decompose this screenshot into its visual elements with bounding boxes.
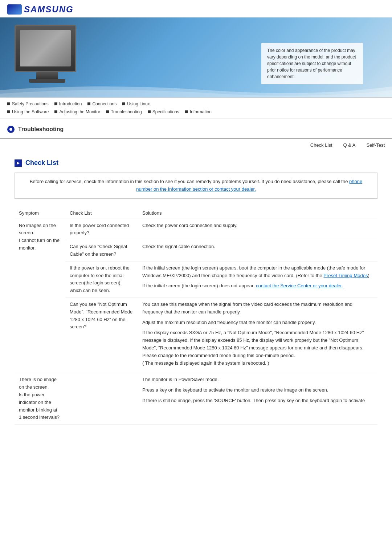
solutions-cell: You can see this message when the signal… xyxy=(138,297,377,373)
check-cell: If the power is on, reboot the computer … xyxy=(65,261,138,297)
solutions-cell: Check the power cord connection and supp… xyxy=(138,219,377,240)
nav-label-adjusting: Adjusting the Monitor xyxy=(59,109,100,114)
table-row: There is no image on the screen.Is the p… xyxy=(15,373,377,425)
nav-item-safety-precautions[interactable]: Safety Precautions xyxy=(7,100,54,108)
nav-label-safety: Safety Precautions xyxy=(12,101,49,106)
nav-label-specifications: Specifications xyxy=(152,109,179,114)
monitor-frame xyxy=(15,25,76,72)
logo: SAMSUNG xyxy=(7,4,385,15)
info-box: Before calling for service, check the in… xyxy=(15,173,377,199)
nav-bullet-icon xyxy=(87,102,90,105)
nav-bullet-icon xyxy=(122,102,125,105)
hero-description: The color and appearance of the product … xyxy=(261,43,363,84)
solution-link[interactable]: contact the Service Center or your deale… xyxy=(256,283,343,288)
samsung-logo-icon xyxy=(7,4,22,15)
table-row: No images on the screen.I cannot turn on… xyxy=(15,219,377,240)
nav-bullet-icon xyxy=(7,102,10,105)
monitor-stand xyxy=(36,72,58,79)
nav-item-information[interactable]: Information xyxy=(185,108,217,116)
nav-bullet-icon xyxy=(54,102,57,105)
solutions-cell: If the initial screen (the login screen)… xyxy=(138,261,377,297)
table-header-row: Symptom Check List Solutions xyxy=(15,207,377,219)
table-row: Can you see "Not Optimum Mode", "Recomme… xyxy=(15,297,377,373)
nav-bullet-icon xyxy=(106,110,109,113)
hero-description-text: The color and appearance of the product … xyxy=(267,48,356,79)
tab-check-list[interactable]: Check List xyxy=(310,142,332,149)
tab-qa[interactable]: Q & A xyxy=(343,142,355,149)
col-header-symptom: Symptom xyxy=(15,207,65,219)
monitor-screen xyxy=(20,30,71,66)
nav-item-introduction[interactable]: Introduction xyxy=(54,100,88,108)
section-title-text: Check List xyxy=(25,159,58,167)
check-cell: Can you see "Check Signal Cable" on the … xyxy=(65,240,138,262)
page-title: Troubleshooting xyxy=(18,126,64,133)
nav-item-troubleshooting[interactable]: Troubleshooting xyxy=(106,108,148,116)
nav-label-troubleshooting: Troubleshooting xyxy=(111,109,142,114)
check-cell: Can you see "Not Optimum Mode", "Recomme… xyxy=(65,297,138,373)
navbar: Safety Precautions Introduction Connecti… xyxy=(0,97,392,118)
nav-bullet-icon xyxy=(148,110,151,113)
check-cell: Is the power cord connected properly? xyxy=(65,219,138,240)
page-header: Troubleshooting xyxy=(0,121,392,139)
tabs: Check List Q & A Self-Test xyxy=(0,139,392,153)
nav-bullet-icon xyxy=(54,110,57,113)
hero-monitor-image xyxy=(15,25,80,83)
nav-item-adjusting-monitor[interactable]: Adjusting the Monitor xyxy=(54,108,106,116)
nav-bullet-icon xyxy=(7,110,10,113)
nav-item-connections[interactable]: Connections xyxy=(87,100,122,108)
nav-label-linux: Using Linux xyxy=(127,101,150,106)
nav-label-connections: Connections xyxy=(92,101,117,106)
nav-row-1: Safety Precautions Introduction Connecti… xyxy=(7,100,385,108)
tab-self-test[interactable]: Self-Test xyxy=(366,142,385,149)
main-content: ▶ Check List Before calling for service,… xyxy=(0,155,392,439)
samsung-logo-text: SAMSUNG xyxy=(24,4,74,15)
symptom-cell: There is no image on the screen.Is the p… xyxy=(15,373,65,425)
table-row: Can you see "Check Signal Cable" on the … xyxy=(15,240,377,262)
nav-label-software: Using the Software xyxy=(12,109,49,114)
nav-item-using-software[interactable]: Using the Software xyxy=(7,108,54,116)
page-header-icon xyxy=(7,126,15,133)
section-title: ▶ Check List xyxy=(15,159,377,167)
svg-rect-0 xyxy=(8,5,21,13)
solution-link[interactable]: Preset Timing Modes xyxy=(323,273,368,278)
col-header-checklist: Check List xyxy=(65,207,138,219)
check-cell xyxy=(65,373,138,425)
info-box-text-before: Before calling for service, check the in… xyxy=(30,179,349,184)
nav-label-intro: Introduction xyxy=(59,101,82,106)
col-header-solutions: Solutions xyxy=(138,207,377,219)
nav-row-2: Using the Software Adjusting the Monitor… xyxy=(7,108,385,116)
header: SAMSUNG xyxy=(0,0,392,15)
nav-bullet-icon xyxy=(185,110,188,113)
table-body: No images on the screen.I cannot turn on… xyxy=(15,219,377,425)
symptom-cell: No images on the screen.I cannot turn on… xyxy=(15,219,65,373)
solutions-cell: Check the signal cable connection. xyxy=(138,240,377,262)
nav-item-using-linux[interactable]: Using Linux xyxy=(122,100,156,108)
solutions-cell: The monitor is in PowerSaver mode.Press … xyxy=(138,373,377,425)
nav-label-information: Information xyxy=(190,109,212,114)
hero-banner: The color and appearance of the product … xyxy=(0,17,392,97)
nav-item-specifications[interactable]: Specifications xyxy=(148,108,185,116)
symptom-table: Symptom Check List Solutions No images o… xyxy=(15,207,377,425)
table-row: If the power is on, reboot the computer … xyxy=(15,261,377,297)
section-title-icon: ▶ xyxy=(15,159,22,167)
